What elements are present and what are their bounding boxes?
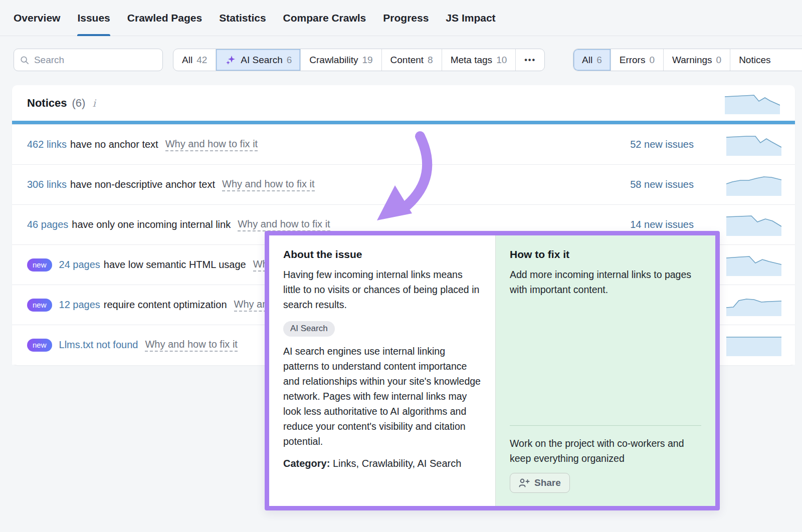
- site-audit-issues-page: Overview Issues Crawled Pages Statistics…: [0, 0, 802, 532]
- issue-text: have non-descriptive anchor text: [70, 179, 215, 190]
- top-nav: Overview Issues Crawled Pages Statistics…: [0, 0, 802, 36]
- filter-count: 8: [428, 55, 433, 66]
- filter-label: AI Search: [241, 55, 282, 66]
- new-badge: new: [27, 299, 52, 312]
- ai-search-tag: AI Search: [283, 321, 335, 337]
- filter-crawlability[interactable]: Crawlability 19: [300, 49, 381, 71]
- why-fix-link[interactable]: Why and how to fix it: [145, 339, 238, 352]
- issue-count-link[interactable]: 46 pages: [27, 219, 68, 230]
- trend-sparkline: [726, 254, 781, 276]
- ellipsis-icon: •••: [524, 56, 536, 65]
- category-label: Category:: [283, 458, 330, 469]
- issue-count-link[interactable]: 24 pages: [59, 259, 100, 271]
- header-sparkline: [725, 93, 780, 114]
- notices-severity-bar: [12, 121, 795, 124]
- severity-filter-group: All 6 Errors 0 Warnings 0 Notices: [573, 49, 802, 71]
- filter-all-severity[interactable]: All 6: [573, 49, 611, 71]
- trend-sparkline: [726, 134, 781, 156]
- trend-sparkline: [726, 214, 781, 236]
- trend-sparkline: [726, 334, 781, 356]
- filter-bar: All 42 AI Search 6 Crawlability 19 Conte…: [0, 49, 802, 72]
- issue-row[interactable]: 306 links have non-descriptive anchor te…: [12, 164, 795, 204]
- new-badge: new: [27, 258, 52, 272]
- filter-content[interactable]: Content 8: [381, 49, 442, 71]
- info-icon[interactable]: i: [90, 97, 95, 109]
- notices-header: Notices (6) i: [12, 85, 795, 121]
- panel-count: (6): [72, 97, 85, 110]
- new-badge: new: [27, 339, 52, 352]
- issue-row[interactable]: 462 links have no anchor text Why and ho…: [12, 124, 795, 164]
- trend-sparkline: [726, 294, 781, 316]
- issue-count-link[interactable]: 306 links: [27, 179, 67, 190]
- issue-count-link[interactable]: Llms.txt not found: [59, 339, 138, 351]
- tab-compare-crawls[interactable]: Compare Crawls: [283, 0, 366, 36]
- filter-label: Meta tags: [451, 55, 492, 66]
- collab-text: Work on the project with co-workers and …: [510, 436, 701, 466]
- filter-count: 6: [596, 55, 602, 66]
- why-fix-link[interactable]: Why and how to fix it: [222, 178, 315, 191]
- new-issues-link[interactable]: 14 new issues: [630, 219, 694, 230]
- filter-count: 6: [287, 55, 292, 66]
- issue-text: have no anchor text: [70, 139, 158, 150]
- about-paragraph: Having few incoming internal links means…: [283, 267, 481, 312]
- more-filters-button[interactable]: •••: [515, 49, 544, 71]
- tab-crawled-pages[interactable]: Crawled Pages: [127, 0, 202, 36]
- filter-count: 19: [362, 55, 372, 66]
- category-filter-group: All 42 AI Search 6 Crawlability 19 Conte…: [173, 49, 545, 71]
- divider: [510, 425, 701, 426]
- filter-count: 42: [196, 55, 207, 66]
- tab-overview[interactable]: Overview: [14, 0, 60, 36]
- issue-details-popup: About the issue Having few incoming inte…: [265, 231, 720, 510]
- filter-errors[interactable]: Errors 0: [611, 49, 663, 71]
- issue-text: have only one incoming internal link: [72, 219, 231, 230]
- filter-count: 0: [716, 55, 722, 66]
- category-value: Links, Crawlability, AI Search: [330, 458, 461, 469]
- about-paragraph-2: AI search engines use internal linking p…: [283, 344, 481, 449]
- filter-notices[interactable]: Notices: [730, 49, 779, 71]
- how-to-fix-panel: How to fix it Add more incoming internal…: [496, 235, 715, 506]
- filter-warnings[interactable]: Warnings 0: [663, 49, 730, 71]
- filter-label: Notices: [739, 55, 770, 66]
- fix-title: How to fix it: [510, 248, 701, 260]
- add-user-icon: [519, 478, 530, 487]
- trend-sparkline: [726, 174, 781, 196]
- tab-statistics[interactable]: Statistics: [219, 0, 266, 36]
- filter-label: Errors: [620, 55, 646, 66]
- tab-issues[interactable]: Issues: [77, 0, 110, 36]
- filter-count: 10: [496, 55, 507, 66]
- search-box[interactable]: [14, 49, 163, 71]
- about-title: About the issue: [283, 248, 481, 260]
- share-button[interactable]: Share: [510, 473, 570, 493]
- filter-count: 0: [649, 55, 655, 66]
- category-line: Category: Links, Crawlability, AI Search: [283, 456, 481, 471]
- filter-ai-search[interactable]: AI Search 6: [216, 49, 300, 71]
- tab-js-impact[interactable]: JS Impact: [446, 0, 495, 36]
- panel-title: Notices: [27, 97, 67, 110]
- tab-progress[interactable]: Progress: [383, 0, 429, 36]
- issue-text: have low semantic HTML usage: [104, 259, 246, 271]
- issue-text: require content optimization: [104, 299, 227, 311]
- filter-label: All: [582, 55, 592, 66]
- search-input[interactable]: [34, 55, 156, 66]
- search-icon: [20, 55, 29, 65]
- new-issues-link[interactable]: 52 new issues: [630, 139, 694, 150]
- issue-count-link[interactable]: 462 links: [27, 139, 67, 150]
- fix-paragraph: Add more incoming internal links to page…: [510, 267, 701, 297]
- about-issue-panel: About the issue Having few incoming inte…: [269, 235, 496, 506]
- filter-meta-tags[interactable]: Meta tags 10: [442, 49, 516, 71]
- new-issues-link[interactable]: 58 new issues: [630, 179, 694, 190]
- ai-sparkles-icon: [225, 54, 237, 66]
- filter-label: Crawlability: [309, 55, 358, 66]
- share-label: Share: [534, 477, 561, 488]
- why-fix-link[interactable]: Why and how to fix it: [165, 138, 258, 151]
- why-fix-link[interactable]: Why and how to fix it: [238, 218, 330, 231]
- filter-label: All: [182, 55, 192, 66]
- issue-count-link[interactable]: 12 pages: [59, 299, 100, 311]
- filter-label: Warnings: [672, 55, 712, 66]
- filter-label: Content: [390, 55, 424, 66]
- filter-all-categories[interactable]: All 42: [173, 49, 216, 71]
